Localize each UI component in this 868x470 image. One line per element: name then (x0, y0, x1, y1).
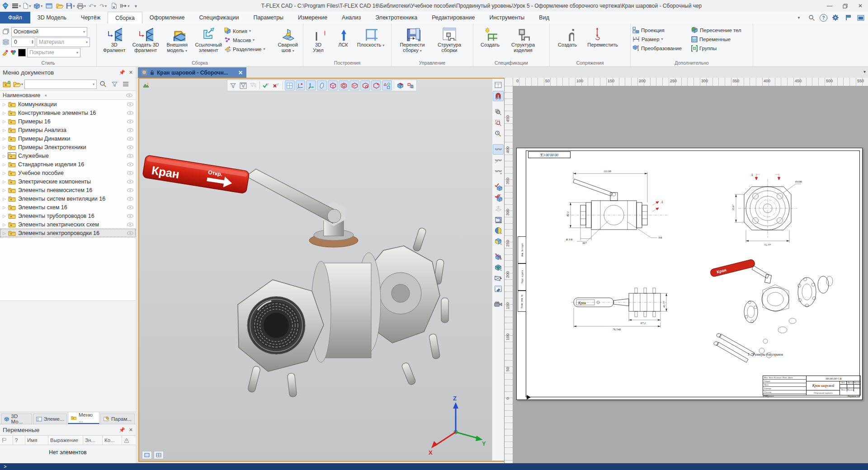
column-value[interactable]: Зн... (83, 436, 103, 445)
tab-3d-model[interactable]: 3D Модель (30, 12, 74, 24)
drawing-view-window[interactable]: 0 50 100 150 200 250 300 350 400 450 500… (504, 78, 868, 463)
expander-icon[interactable]: ▷ (3, 231, 8, 235)
pin-icon[interactable]: 📌 (119, 427, 125, 433)
lcs-button[interactable]: ЛСК (331, 24, 355, 47)
external-model-button[interactable]: Внешняя модель ▾ (161, 24, 193, 54)
visibility-eye-icon[interactable] (127, 188, 134, 193)
flag-icon[interactable] (844, 13, 853, 22)
visibility-eye-icon[interactable] (127, 205, 134, 210)
list-item[interactable]: ▷Служебные (0, 151, 136, 160)
visibility-eye-icon[interactable] (127, 171, 134, 175)
sort-ascending-icon[interactable]: ▲ (44, 93, 47, 97)
expander-icon[interactable]: ▷ (3, 171, 8, 175)
horizontal-ruler[interactable]: 0 50 100 150 200 250 300 350 400 450 500… (513, 78, 868, 86)
visibility-eye-icon[interactable] (127, 197, 134, 201)
list-item[interactable]: ▷Электрические компоненты (0, 177, 136, 186)
column-expression[interactable]: Выражение (48, 436, 83, 445)
check-geometry-icon[interactable] (493, 182, 503, 192)
material-select[interactable]: Материал▾ (37, 38, 90, 47)
list-item[interactable]: ▷Учебное пособие (0, 169, 136, 177)
new-document-button[interactable]: ▾ (22, 1, 33, 11)
view-settings-icon[interactable] (493, 284, 503, 294)
tab-assembly[interactable]: Сборка (108, 12, 142, 24)
array-button[interactable]: Массив▾ (224, 36, 275, 44)
panel-tab-3d-model[interactable]: 3D Мо... (1, 414, 32, 424)
open-document-button[interactable] (54, 1, 65, 11)
weld-seam-button[interactable]: Сварной шов ▾ (274, 24, 301, 54)
assembly-structure-button[interactable]: Структура сборки (431, 24, 467, 53)
close-panel-icon[interactable]: ✕ (129, 427, 133, 433)
document-parameters-button[interactable] (108, 1, 119, 11)
ball-valve-3d-model[interactable]: Кран Откр. X Y Z (139, 79, 502, 459)
node-3d-button[interactable]: 3D Узел (305, 24, 331, 53)
tab-tools[interactable]: Инструменты (482, 12, 532, 24)
main-menu-button[interactable]: ▾ (11, 1, 22, 11)
list-item[interactable]: ▷Элементы схем 16 (0, 203, 136, 212)
list-item[interactable]: ▷Коммуникации (0, 100, 136, 108)
restore-button[interactable] (837, 0, 853, 11)
tab-measure[interactable]: Измерение (291, 12, 335, 24)
groups-button[interactable]: Группы (691, 44, 746, 52)
search-command-icon[interactable] (807, 13, 816, 22)
level-icon[interactable] (2, 39, 10, 45)
add-library-icon[interactable] (2, 80, 12, 89)
list-item[interactable]: ▷Примеры Электротехники (0, 143, 136, 151)
expander-icon[interactable]: ▷ (3, 179, 8, 184)
tab-parameters[interactable]: Параметры (246, 12, 291, 24)
panel-tab-elements[interactable]: Элеме... (33, 414, 67, 424)
tab-boms[interactable]: Спецификации (192, 12, 246, 24)
coating-select[interactable]: Покрытие▾ (27, 48, 80, 57)
expander-icon[interactable]: ▷ (3, 154, 8, 158)
visibility-eye-icon[interactable] (127, 179, 134, 184)
list-item[interactable]: ▷Конструктивные элементы 16 (0, 108, 136, 117)
3d-view-window[interactable]: Кран Откр. X Y Z (138, 78, 505, 462)
transform-button[interactable]: Преобразование (632, 44, 687, 52)
zoom-objects-icon[interactable] (493, 107, 503, 117)
render-mode-sphere-icon[interactable] (493, 226, 503, 235)
page-setup-icon[interactable] (493, 80, 503, 89)
column-comment[interactable]: Ко... (103, 436, 122, 445)
single-viewport-icon[interactable] (142, 451, 152, 459)
create-3d-fragment-button[interactable]: Создать 3D фрагмент (130, 24, 161, 53)
tab-edit[interactable]: Редактирование (425, 12, 482, 24)
perspective-cube-icon[interactable] (493, 215, 503, 224)
undo-button[interactable]: ↶▾ (87, 1, 98, 11)
visibility-eye-icon[interactable] (127, 111, 134, 115)
plane-button[interactable]: Плоскость ▾ (355, 24, 387, 48)
expander-icon[interactable]: ▷ (3, 111, 8, 115)
check-assembly-icon[interactable] (493, 193, 503, 202)
settings-gear-icon[interactable] (831, 13, 840, 22)
document-tab[interactable]: Кран шаровой - Сборочн... ✕ (138, 67, 246, 78)
view-list-icon[interactable] (121, 80, 131, 89)
warning-column-icon[interactable] (122, 436, 136, 445)
list-item-selected[interactable]: ▷Элементы электропроводки 16 (0, 229, 136, 237)
list-item[interactable]: ▷Примеры Анализа (0, 126, 136, 134)
visibility-eye-icon[interactable] (127, 231, 134, 235)
visibility-eye-icon[interactable] (127, 214, 134, 218)
flag-column-icon[interactable] (0, 436, 13, 445)
list-item[interactable]: ▷Примеры 16 (0, 117, 136, 126)
expander-icon[interactable]: ▷ (3, 145, 8, 150)
wireframe-glasses-icon[interactable] (493, 167, 503, 176)
tab-list-chevron-icon[interactable]: ▾ (863, 69, 866, 74)
vertical-ruler[interactable]: 450 400 350 300 250 200 150 100 50 0 (505, 86, 513, 463)
drawing-canvas[interactable]: 00.00.00 СБ Инв. № подл. Подп. и дата Вз… (513, 86, 868, 463)
zoom-previous-icon[interactable] (493, 129, 503, 138)
visibility-eye-icon[interactable] (127, 128, 134, 132)
expander-icon[interactable]: ▷ (3, 136, 8, 141)
colors-icon[interactable] (10, 49, 17, 56)
open-library-icon[interactable]: ▾ (13, 80, 23, 89)
expander-icon[interactable]: ▷ (3, 205, 8, 210)
collapse-ribbon-icon[interactable]: ▾ (794, 13, 803, 22)
product-structure-button[interactable]: Структура изделия (505, 24, 541, 53)
help-icon[interactable]: ? (820, 14, 827, 22)
visibility-eye-icon[interactable] (127, 136, 134, 141)
expander-icon[interactable]: ▷ (3, 214, 8, 218)
close-panel-icon[interactable]: ✕ (129, 70, 133, 75)
create-bom-button[interactable]: Создать (475, 24, 505, 47)
tab-file[interactable]: Файл (0, 12, 30, 24)
list-item[interactable]: ▷Стандартные изделия 16 (0, 160, 136, 169)
visibility-eye-icon[interactable] (127, 145, 134, 150)
expander-icon[interactable]: ▷ (3, 222, 8, 227)
panel-tab-documents-menu[interactable]: Меню ... (68, 412, 99, 424)
